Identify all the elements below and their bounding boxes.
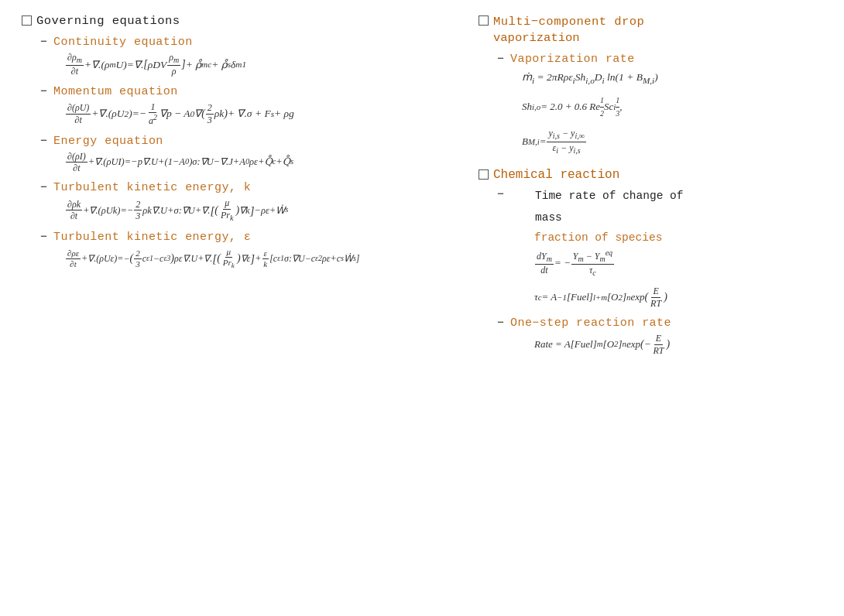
- momentum-math: ∂(ρU)∂t +∇.(ρU2)=− 1a2 ∇p − A0∇ ( 23 ρk …: [65, 101, 294, 127]
- chem-eq2: τc = A−1[Fuel]l+m[O2]n exp ( ERT ): [534, 286, 825, 309]
- continuity-label: Continuity equation: [53, 36, 193, 49]
- time-rate-text: Time rate of change of mass: [510, 188, 683, 231]
- governing-checkbox: [22, 15, 32, 26]
- one-step-label: One−step reaction rate: [510, 317, 671, 330]
- right-column: Multi−component drop vaporization − Vapo…: [471, 14, 825, 602]
- turb-k-math: ∂ρk∂t +∇.(ρUk)=− 23 ρk∇.U+σ:∇U+∇. [ ( μP…: [65, 197, 288, 223]
- dash-6: −: [497, 53, 504, 66]
- multicomp-title-line2: vaporization: [493, 31, 644, 45]
- continuity-item: − Continuity equation ∂ρm∂t +∇.(ρmU)=∇. …: [40, 36, 455, 77]
- time-rate-item: − Time rate of change of mass fraction o…: [497, 188, 825, 356]
- page: Governing equations − Continuity equatio…: [0, 0, 844, 616]
- time-rate-label-row: − Time rate of change of mass: [497, 188, 825, 231]
- momentum-eq: ∂(ρU)∂t +∇.(ρU2)=− 1a2 ∇p − A0∇ ( 23 ρk …: [65, 101, 455, 127]
- turb-k-label-row: − Turbulent kinetic energy, k: [40, 181, 455, 194]
- time-rate-line1: Time rate of change of: [535, 188, 683, 205]
- dash-2: −: [40, 85, 47, 98]
- multicomp-title-line1: Multi−component drop: [493, 14, 644, 31]
- vaporization-label: Vaporization rate: [510, 53, 635, 66]
- vaporization-eq3: BM,i = yi,s − yi,∞ εi − yi,s: [522, 128, 825, 156]
- chemical-section: Chemical reaction − Time rate of change …: [479, 168, 825, 356]
- governing-title: Governing equations: [36, 14, 180, 28]
- turb-k-label: Turbulent kinetic energy, k: [53, 181, 251, 194]
- continuity-label-row: − Continuity equation: [40, 36, 455, 49]
- multicomp-header: Multi−component drop vaporization: [479, 14, 825, 45]
- one-step-label-row: − One−step reaction rate: [497, 317, 825, 330]
- energy-label: Energy equation: [53, 135, 163, 148]
- continuity-math: ∂ρm∂t +∇.(ρmU)=∇. [ ρDV ρmρ ] + ρ̊mc + ρ…: [65, 52, 246, 77]
- vaporization-item: − Vaporization rate ṁi = 2πRρεiShi,oDi l…: [497, 53, 825, 156]
- energy-eq: ∂(ρI)∂t +∇.(ρUI)=−p∇.U+(1−A0)σ:∇U−∇.J+A0…: [65, 151, 455, 174]
- time-rate-line2: mass: [535, 210, 683, 227]
- vaporization-label-row: − Vaporization rate: [497, 53, 825, 66]
- energy-item: − Energy equation ∂(ρI)∂t +∇.(ρUI)=−p∇.U…: [40, 135, 455, 174]
- dash-3: −: [40, 135, 47, 148]
- energy-label-row: − Energy equation: [40, 135, 455, 148]
- chemical-title: Chemical reaction: [493, 168, 619, 182]
- dash-4: −: [40, 181, 47, 194]
- momentum-label: Momentum equation: [53, 85, 178, 98]
- turb-eps-label-row: − Turbulent kinetic energy, ε: [40, 231, 455, 244]
- turb-k-eq: ∂ρk∂t +∇.(ρUk)=− 23 ρk∇.U+σ:∇U+∇. [ ( μP…: [65, 197, 455, 223]
- chem-eq3: Rate = A[Fuel]m[O2]n exp ( − ERT ): [534, 333, 825, 356]
- dash-5: −: [40, 231, 47, 244]
- turb-eps-item: − Turbulent kinetic energy, ε ∂ρε∂t +∇.(…: [40, 231, 455, 270]
- momentum-item: − Momentum equation ∂(ρU)∂t +∇.(ρU2)=− 1…: [40, 85, 455, 127]
- turb-eps-math: ∂ρε∂t +∇.(ρUε)=− ( 23 cε1−cε3 ) ρε∇.U+∇.…: [65, 247, 359, 270]
- multicomp-checkbox: [479, 15, 489, 26]
- multicomp-title: Multi−component drop vaporization: [493, 14, 644, 45]
- chemical-checkbox: [479, 169, 489, 180]
- dash-1: −: [40, 36, 47, 49]
- vaporization-eq1: ṁi = 2πRρεiShi,oDi ln(1 + BM,i): [522, 69, 825, 87]
- chemical-header: Chemical reaction: [479, 168, 825, 182]
- turb-k-item: − Turbulent kinetic energy, k ∂ρk∂t +∇.(…: [40, 181, 455, 223]
- continuity-eq: ∂ρm∂t +∇.(ρmU)=∇. [ ρDV ρmρ ] + ρ̊mc + ρ…: [65, 52, 455, 77]
- governing-section-header: Governing equations: [22, 14, 455, 28]
- left-column: Governing equations − Continuity equatio…: [22, 14, 471, 602]
- turb-eps-label: Turbulent kinetic energy, ε: [53, 231, 251, 244]
- dash-7: −: [497, 188, 504, 201]
- turb-eps-eq: ∂ρε∂t +∇.(ρUε)=− ( 23 cε1−cε3 ) ρε∇.U+∇.…: [65, 247, 455, 270]
- multicomp-section: Multi−component drop vaporization − Vapo…: [479, 14, 825, 156]
- dash-8: −: [497, 317, 504, 330]
- fraction-species-label: fraction of species: [534, 231, 825, 244]
- chem-eq1: dYmdt = − Ym − Ymeq τc: [534, 248, 825, 279]
- vaporization-eq2: Shi,o = 2.0 + 0.6 Re 1 2 Sci 1 3: [522, 94, 825, 120]
- energy-math: ∂(ρI)∂t +∇.(ρUI)=−p∇.U+(1−A0)σ:∇U−∇.J+A0…: [65, 151, 293, 174]
- momentum-label-row: − Momentum equation: [40, 85, 455, 98]
